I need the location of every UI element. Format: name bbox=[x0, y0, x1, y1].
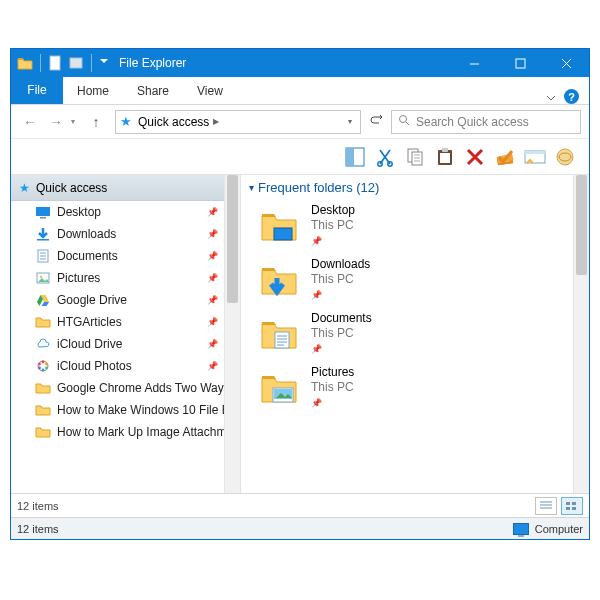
pin-icon: 📌 bbox=[311, 396, 354, 411]
tree-item-label: Google Drive bbox=[57, 293, 127, 307]
tab-file[interactable]: File bbox=[11, 76, 63, 104]
tree-item-gdrive[interactable]: Google Drive 📌 bbox=[11, 289, 240, 311]
tree-item-documents[interactable]: Documents 📌 bbox=[11, 245, 240, 267]
folder-location: This PC bbox=[311, 218, 355, 233]
svg-rect-36 bbox=[566, 507, 570, 510]
gdrive-icon bbox=[35, 292, 51, 308]
select-tool-button[interactable] bbox=[343, 145, 367, 169]
tree-item-label: How to Mark Up Image Attachm bbox=[57, 425, 226, 439]
newfolder-button[interactable] bbox=[523, 145, 547, 169]
folder-location: This PC bbox=[311, 326, 372, 341]
svg-rect-0 bbox=[18, 58, 23, 60]
tree-item-label: Desktop bbox=[57, 205, 101, 219]
svg-rect-35 bbox=[572, 502, 576, 505]
folder-icon bbox=[35, 402, 51, 418]
address-bar: ← → ▾ ↑ ★ Quick access ▶ ▾ Search Quick … bbox=[11, 105, 589, 139]
tree-item-downloads[interactable]: Downloads 📌 bbox=[11, 223, 240, 245]
tree-quick-access[interactable]: ★ Quick access bbox=[11, 175, 240, 201]
nav-forward-button[interactable]: → bbox=[45, 111, 67, 133]
chevron-right-icon[interactable]: ▶ bbox=[213, 117, 219, 126]
close-button[interactable] bbox=[543, 49, 589, 77]
breadcrumb[interactable]: Quick access bbox=[138, 115, 209, 129]
tree-item-label: Documents bbox=[57, 249, 118, 263]
group-header[interactable]: ▾ Frequent folders (12) bbox=[241, 175, 589, 199]
svg-point-28 bbox=[38, 367, 41, 370]
svg-point-27 bbox=[42, 369, 45, 372]
desktop-icon bbox=[35, 204, 51, 220]
tree-item-recent1[interactable]: Google Chrome Adds Two Way bbox=[11, 377, 240, 399]
qa-dropdown-icon[interactable] bbox=[99, 55, 109, 71]
svg-point-25 bbox=[45, 363, 48, 366]
folder-icon bbox=[35, 314, 51, 330]
pin-icon: 📌 bbox=[207, 229, 218, 239]
folder-item-pictures[interactable]: Pictures This PC 📌 bbox=[259, 361, 589, 415]
copy-button[interactable] bbox=[403, 145, 427, 169]
pin-icon: 📌 bbox=[311, 234, 355, 249]
pin-icon: 📌 bbox=[207, 295, 218, 305]
view-details-button[interactable] bbox=[535, 497, 557, 515]
delete-button[interactable] bbox=[463, 145, 487, 169]
nav-up-button[interactable]: ↑ bbox=[85, 111, 107, 133]
tab-share[interactable]: Share bbox=[123, 77, 183, 104]
qa-folder-icon[interactable] bbox=[68, 55, 84, 71]
pin-icon: 📌 bbox=[311, 288, 370, 303]
help-button[interactable]: ? bbox=[564, 89, 579, 104]
bottom-count: 12 items bbox=[17, 523, 59, 535]
paste-button[interactable] bbox=[433, 145, 457, 169]
folder-icon bbox=[35, 380, 51, 396]
svg-rect-12 bbox=[440, 153, 450, 163]
folder-item-documents[interactable]: Documents This PC 📌 bbox=[259, 307, 589, 361]
bottom-bar: 12 items Computer bbox=[11, 517, 589, 539]
pin-icon: 📌 bbox=[207, 251, 218, 261]
tree-item-desktop[interactable]: Desktop 📌 bbox=[11, 201, 240, 223]
nav-history-dropdown[interactable]: ▾ bbox=[71, 117, 81, 126]
chevron-down-icon: ▾ bbox=[249, 182, 254, 193]
sidebar-scrollbar[interactable] bbox=[224, 175, 240, 493]
content-scrollbar[interactable] bbox=[573, 175, 589, 493]
tree-item-recent2[interactable]: How to Make Windows 10 File E bbox=[11, 399, 240, 421]
svg-point-24 bbox=[42, 361, 45, 364]
minimize-button[interactable] bbox=[451, 49, 497, 77]
maximize-button[interactable] bbox=[497, 49, 543, 77]
titlebar[interactable]: File Explorer bbox=[11, 49, 589, 77]
ribbon-expand-icon[interactable] bbox=[546, 92, 556, 102]
folder-pictures-icon bbox=[259, 368, 299, 408]
folder-name: Desktop bbox=[311, 203, 355, 218]
tree-item-label: iCloud Photos bbox=[57, 359, 132, 373]
svg-rect-18 bbox=[40, 217, 46, 219]
tree-item-iclouddrive[interactable]: iCloud Drive 📌 bbox=[11, 333, 240, 355]
tab-home[interactable]: Home bbox=[63, 77, 123, 104]
pin-icon: 📌 bbox=[207, 273, 218, 283]
pin-icon: 📌 bbox=[207, 361, 218, 371]
svg-rect-19 bbox=[37, 239, 49, 241]
documents-icon bbox=[35, 248, 51, 264]
search-input[interactable]: Search Quick access bbox=[391, 110, 581, 134]
address-dropdown-icon[interactable]: ▾ bbox=[348, 117, 352, 126]
search-placeholder: Search Quick access bbox=[416, 115, 529, 129]
computer-label[interactable]: Computer bbox=[535, 523, 583, 535]
icloud-icon bbox=[35, 336, 51, 352]
svg-rect-37 bbox=[572, 507, 576, 510]
tree-item-pictures[interactable]: Pictures 📌 bbox=[11, 267, 240, 289]
extra-tool-button[interactable] bbox=[553, 145, 577, 169]
tree-item-recent3[interactable]: How to Mark Up Image Attachm bbox=[11, 421, 240, 443]
tree-item-label: How to Make Windows 10 File E bbox=[57, 403, 230, 417]
nav-back-button[interactable]: ← bbox=[19, 111, 41, 133]
svg-point-22 bbox=[40, 276, 43, 279]
svg-rect-2 bbox=[70, 58, 82, 68]
cut-button[interactable] bbox=[373, 145, 397, 169]
svg-rect-15 bbox=[525, 151, 545, 154]
svg-rect-31 bbox=[275, 332, 289, 348]
tree-item-htgarticles[interactable]: HTGArticles 📌 bbox=[11, 311, 240, 333]
rename-button[interactable] bbox=[493, 145, 517, 169]
view-tiles-button[interactable] bbox=[561, 497, 583, 515]
folder-documents-icon bbox=[259, 314, 299, 354]
tab-view[interactable]: View bbox=[183, 77, 237, 104]
nav-tree: ★ Quick access Desktop 📌 Downloads 📌 Doc… bbox=[11, 175, 241, 493]
folder-item-downloads[interactable]: Downloads This PC 📌 bbox=[259, 253, 589, 307]
refresh-button[interactable] bbox=[369, 113, 383, 131]
tree-item-icloudphotos[interactable]: iCloud Photos 📌 bbox=[11, 355, 240, 377]
address-box[interactable]: ★ Quick access ▶ ▾ bbox=[115, 110, 361, 134]
qa-doc-icon[interactable] bbox=[48, 55, 64, 71]
folder-item-desktop[interactable]: Desktop This PC 📌 bbox=[259, 199, 589, 253]
